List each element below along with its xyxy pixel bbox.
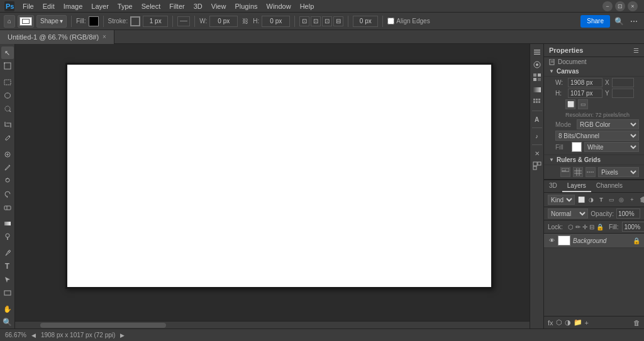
sound-panel-btn[interactable]: ♪	[531, 131, 543, 142]
window-close-btn[interactable]: ×	[628, 1, 638, 11]
lock-artboard-btn[interactable]: ⊟	[589, 224, 594, 230]
shape-tool-btn[interactable]	[1, 286, 14, 299]
lock-position-btn[interactable]: ✛	[582, 224, 587, 230]
fill-color-swatch[interactable]	[89, 16, 99, 26]
fill-input-layer[interactable]	[622, 222, 644, 232]
guides-icon-btn[interactable]	[586, 167, 596, 177]
menu-window[interactable]: Window	[263, 1, 295, 11]
gradient-tool-btn[interactable]	[1, 217, 14, 230]
stroke-width-input[interactable]	[143, 16, 168, 27]
filter-adj-icon[interactable]: ◑	[587, 195, 596, 204]
layer-visibility-eye[interactable]: 👁	[548, 237, 555, 244]
lock-all-btn[interactable]: 🔒	[596, 224, 604, 230]
menu-layer[interactable]: Layer	[87, 1, 113, 11]
unit-dropdown[interactable]: Pixels	[598, 167, 639, 177]
window-maximize-btn[interactable]: ⊡	[615, 1, 625, 11]
grid-icon-btn[interactable]	[573, 167, 583, 177]
filter-pixel-icon[interactable]: ⬜	[577, 195, 586, 204]
canvas-w-input[interactable]	[568, 78, 602, 87]
align-edges-checkbox[interactable]	[387, 18, 394, 24]
bits-dropdown[interactable]: 8 Bits/Channel	[555, 131, 639, 141]
brush-tool-btn[interactable]	[1, 161, 14, 174]
stroke-solid-btn[interactable]	[177, 16, 190, 26]
align-left-btn[interactable]: ⊡	[299, 16, 309, 26]
create-adjustment-btn[interactable]: ◑	[565, 318, 571, 327]
lock-image-btn[interactable]: ✏	[575, 224, 580, 230]
filter-shape-icon[interactable]: ▭	[607, 195, 616, 204]
mode-dropdown[interactable]: RGB Color	[577, 119, 639, 129]
tab-3d[interactable]: 3D	[544, 180, 562, 192]
layer-filter-dropdown[interactable]: Kind	[548, 195, 575, 205]
tab-layers[interactable]: Layers	[562, 180, 591, 192]
menu-type[interactable]: Type	[114, 1, 136, 11]
quick-select-btn[interactable]	[1, 102, 14, 115]
new-layer-icon[interactable]: +	[628, 195, 636, 204]
zoom-tool-btn[interactable]: 🔍	[1, 316, 14, 328]
scroll-left-arrow[interactable]: ◀	[31, 332, 36, 338]
align-center-btn[interactable]: ⊡	[311, 16, 321, 26]
swatches-panel-btn[interactable]	[531, 72, 543, 83]
canvas-x-input[interactable]	[612, 78, 634, 87]
fill-dropdown[interactable]: White	[584, 142, 639, 152]
ruler-icon-btn[interactable]	[560, 167, 570, 177]
fill-swatch-props[interactable]	[572, 142, 582, 152]
share-button[interactable]: Share	[580, 15, 610, 28]
patterns-panel-btn[interactable]	[531, 97, 543, 108]
extra-options-btn[interactable]: ⋯	[628, 15, 640, 28]
lasso-tool-btn[interactable]	[1, 89, 14, 102]
h-scrollbar-thumb[interactable]	[40, 323, 166, 328]
corner-radius-input[interactable]	[353, 16, 378, 27]
hand-tool-btn[interactable]: ✋	[1, 303, 14, 315]
shape-dropdown[interactable]: Shape ▾	[36, 15, 67, 28]
canvas-y-input[interactable]	[612, 89, 634, 98]
height-input[interactable]	[262, 16, 290, 27]
type-tool-btn[interactable]: T	[1, 260, 14, 273]
lock-transparent-btn[interactable]: ⬡	[568, 224, 574, 230]
cross-panel-btn[interactable]: ✕	[531, 148, 543, 159]
canvas-preview-btn[interactable]	[18, 15, 34, 28]
layer-background[interactable]: 👁 Background 🔒	[544, 234, 644, 248]
crop-tool-btn[interactable]	[1, 119, 14, 131]
menu-3d[interactable]: 3D	[190, 1, 206, 11]
eraser-btn[interactable]	[1, 201, 14, 214]
extra-panel-btn[interactable]	[531, 160, 543, 171]
align-edges-label[interactable]: Align Edges	[387, 18, 430, 24]
align-right-btn[interactable]: ⊡	[322, 16, 332, 26]
home-button[interactable]: ⌂	[4, 15, 15, 28]
marquee-tool-btn[interactable]	[1, 76, 14, 89]
eyedropper-btn[interactable]	[1, 132, 14, 144]
tab-channels[interactable]: Channels	[591, 180, 628, 192]
portrait-btn[interactable]: ⬜	[565, 99, 575, 109]
clone-tool-btn[interactable]	[1, 175, 14, 187]
properties-panel-btn[interactable]	[531, 46, 543, 58]
canvas-h-input[interactable]	[568, 89, 602, 98]
delete-layer-btn[interactable]: 🗑	[633, 319, 640, 327]
filter-smart-icon[interactable]: ◎	[617, 195, 626, 204]
pen-tool-btn[interactable]	[1, 247, 14, 259]
menu-file[interactable]: File	[19, 1, 38, 11]
artboard-tool-btn[interactable]	[1, 60, 14, 72]
properties-menu-btn[interactable]: ☰	[633, 47, 639, 54]
opacity-input[interactable]	[616, 208, 640, 219]
type-panel-btn[interactable]: A	[531, 114, 543, 125]
document-tab[interactable]: Untitled-1 @ 66.7% (RGB/8#) ×	[0, 30, 114, 44]
menu-help[interactable]: Help	[296, 1, 318, 11]
create-group-btn[interactable]: 📁	[574, 318, 582, 327]
window-minimize-btn[interactable]: −	[602, 1, 613, 11]
canvas-document[interactable]	[67, 65, 491, 287]
landscape-btn[interactable]: ▭	[578, 99, 588, 109]
rulers-section-header[interactable]: ▼ Rulers & Grids	[544, 154, 644, 165]
scroll-right-arrow[interactable]: ▶	[120, 332, 125, 338]
canvas-section-header[interactable]: ▼ Canvas	[544, 67, 644, 77]
add-layer-effect-btn[interactable]: fx	[548, 319, 553, 327]
horizontal-scrollbar[interactable]	[15, 321, 530, 328]
menu-edit[interactable]: Edit	[39, 1, 58, 11]
move-tool-btn[interactable]: ↖	[1, 46, 14, 59]
menu-select[interactable]: Select	[138, 1, 165, 11]
search-icon-top[interactable]: 🔍	[613, 15, 625, 28]
path-select-btn[interactable]	[1, 273, 14, 286]
blend-mode-dropdown[interactable]: Normal	[548, 208, 588, 219]
stroke-color-swatch[interactable]	[130, 16, 140, 26]
filter-type-icon[interactable]: T	[597, 195, 606, 204]
create-new-layer-btn[interactable]: +	[585, 319, 589, 327]
